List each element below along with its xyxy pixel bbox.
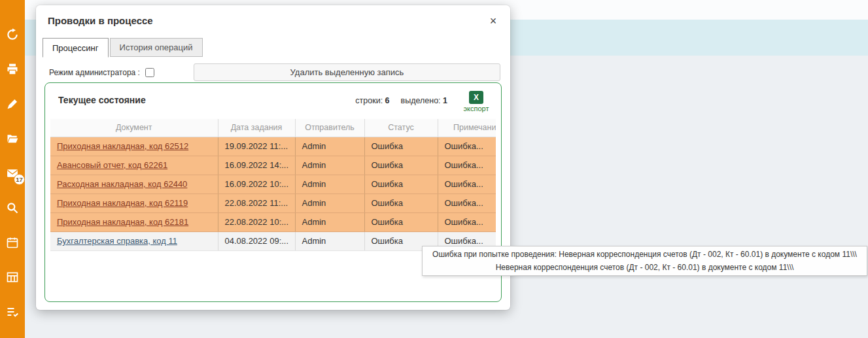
table-row[interactable]: Приходная накладная, код 62119 22.08.202…: [50, 194, 496, 212]
table-row[interactable]: Приходная накладная, код 62512 19.09.202…: [50, 137, 496, 156]
mail-badge: 17: [14, 174, 25, 185]
panel-title: Текущее состояние: [58, 91, 146, 105]
rows-count: 6: [385, 96, 390, 105]
dialog-title: Проводки в процессе: [48, 15, 153, 26]
checklist-icon[interactable]: [5, 305, 20, 319]
document-link[interactable]: Авансовый отчет, код 62261: [57, 160, 167, 170]
mail-icon[interactable]: 17: [5, 166, 20, 180]
document-link[interactable]: Бухгалтерская справка, код 11: [57, 236, 177, 246]
app-sidebar: 17: [0, 0, 25, 338]
panel-stats: строки: 6 выделено: 1: [355, 91, 447, 105]
error-tooltip: Ошибка при попытке проведения: Неверная …: [422, 246, 867, 276]
excel-icon: X: [469, 91, 483, 104]
tab-processing[interactable]: Процессинг: [43, 38, 109, 58]
search-icon[interactable]: [5, 201, 20, 215]
results-table: Документ Дата задания Отправитель Статус…: [50, 119, 496, 251]
close-icon[interactable]: ×: [485, 13, 501, 29]
selected-count: 1: [443, 96, 447, 105]
table-header-row: Документ Дата задания Отправитель Статус…: [50, 119, 496, 137]
print-icon[interactable]: [5, 62, 20, 76]
dialog-header: Проводки в процессе ×: [36, 5, 510, 33]
col-document[interactable]: Документ: [50, 119, 218, 137]
document-link[interactable]: Приходная накладная, код 62512: [57, 141, 188, 151]
admin-mode-checkbox[interactable]: [145, 68, 154, 77]
results-table-wrap: Документ Дата задания Отправитель Статус…: [50, 119, 496, 251]
folder-open-icon[interactable]: [5, 131, 20, 146]
selected-label: выделено:: [401, 96, 441, 105]
export-label: экспорт: [459, 105, 493, 112]
error-tooltip-line1: Ошибка при попытке проведения: Неверная …: [429, 248, 860, 261]
error-tooltip-line2: Неверная корреспонденция счетов (Дт - 00…: [429, 261, 860, 274]
delete-selected-button[interactable]: Удалить выделенную запись: [194, 63, 500, 81]
table-row[interactable]: Авансовый отчет, код 62261 16.09.2022 14…: [50, 156, 496, 175]
calendar-icon[interactable]: [5, 235, 20, 250]
table-row[interactable]: Приходная накладная, код 62181 22.08.202…: [50, 212, 496, 231]
export-button[interactable]: X экспорт: [459, 91, 493, 112]
tab-operation-history[interactable]: История операций: [110, 38, 203, 57]
col-task-date[interactable]: Дата задания: [218, 119, 295, 137]
panel-header: Текущее состояние строки: 6 выделено: 1 …: [45, 83, 501, 118]
table-row[interactable]: Расходная накладная, код 62440 16.09.202…: [50, 175, 496, 194]
sync-icon[interactable]: [5, 27, 20, 42]
tab-bar: Процессинг История операций: [36, 37, 510, 57]
edit-icon[interactable]: [5, 97, 20, 111]
document-link[interactable]: Приходная накладная, код 62181: [57, 217, 188, 227]
document-link[interactable]: Расходная накладная, код 62440: [57, 179, 187, 189]
table-icon[interactable]: [5, 270, 20, 284]
admin-mode-label: Режим администратора :: [49, 68, 140, 77]
col-status[interactable]: Статус: [364, 119, 438, 137]
rows-label: строки:: [355, 96, 383, 105]
col-sender[interactable]: Отправитель: [295, 119, 364, 137]
document-link[interactable]: Приходная накладная, код 62119: [57, 198, 188, 208]
col-note[interactable]: Примечание: [438, 119, 496, 137]
